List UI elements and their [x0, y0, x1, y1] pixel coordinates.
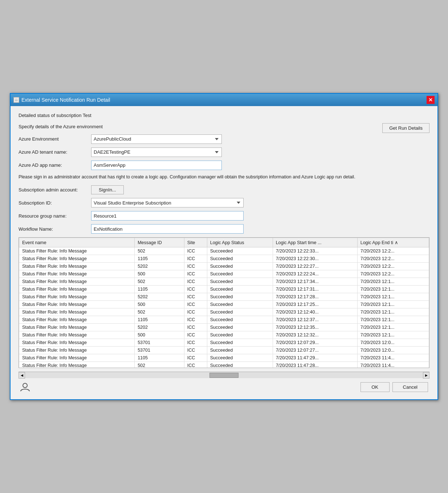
table-cell-9-4: 7/20/2023 12:12:37...	[273, 316, 357, 324]
resource-group-wrapper	[91, 211, 244, 221]
azure-env-select[interactable]: AzurePublicCloud AzureUSGovernment Azure…	[91, 134, 222, 144]
subscription-id-label: Subscription ID:	[19, 200, 91, 206]
table-cell-4-1: 502	[135, 278, 184, 286]
table-cell-15-2: ICC	[184, 362, 207, 368]
workflow-name-wrapper	[91, 224, 244, 234]
header-row: Event name Message ID Site Logic App Sta…	[19, 238, 429, 247]
table-cell-11-1: 500	[135, 331, 184, 339]
table-cell-10-1: 5202	[135, 324, 184, 331]
azure-app-label: Azure AD app name:	[19, 162, 91, 168]
table-cell-11-4: 7/20/2023 12:12:32...	[273, 331, 357, 339]
table-cell-10-4: 7/20/2023 12:12:35...	[273, 324, 357, 331]
table-cell-6-0: Status Filter Rule: Info Message	[19, 293, 135, 301]
table-cell-12-3: Succeeded	[207, 339, 273, 347]
table-cell-0-5: 7/20/2023 12:2...	[357, 247, 429, 255]
table-row[interactable]: Status Filter Rule: Info Message1105ICCS…	[19, 354, 429, 362]
table-cell-0-4: 7/20/2023 12:22:33...	[273, 247, 357, 255]
table-row[interactable]: Status Filter Rule: Info Message5202ICCS…	[19, 263, 429, 270]
table-row[interactable]: Status Filter Rule: Info Message502ICCSu…	[19, 362, 429, 368]
azure-app-row: Azure AD app name:	[19, 161, 429, 170]
workflow-name-row: Workflow Name:	[19, 224, 429, 234]
table-row[interactable]: Status Filter Rule: Info Message5202ICCS…	[19, 324, 429, 331]
table-cell-4-5: 7/20/2023 12:1...	[357, 278, 429, 286]
hscroll-track[interactable]	[25, 372, 423, 378]
table-cell-14-0: Status Filter Rule: Info Message	[19, 354, 135, 362]
svg-rect-0	[15, 98, 18, 102]
table-cell-13-2: ICC	[184, 347, 207, 354]
subscription-id-row: Subscription ID: Visual Studio Enterpris…	[19, 198, 429, 207]
table-cell-4-3: Succeeded	[207, 278, 273, 286]
hscroll-left-arrow[interactable]: ◀	[19, 372, 25, 379]
table-wrapper[interactable]: Event name Message ID Site Logic App Sta…	[19, 238, 429, 368]
table-cell-1-1: 1105	[135, 255, 184, 263]
subscription-admin-label: Subscription admin account:	[19, 187, 91, 193]
table-cell-13-5: 7/20/2023 12:0...	[357, 347, 429, 354]
table-cell-10-0: Status Filter Rule: Info Message	[19, 324, 135, 331]
subscription-id-select[interactable]: Visual Studio Enterprise Subscription	[91, 198, 244, 207]
table-cell-3-1: 500	[135, 270, 184, 278]
hscroll-right-arrow[interactable]: ▶	[423, 372, 429, 379]
col-message-id: Message ID	[135, 238, 184, 247]
table-cell-9-1: 1105	[135, 316, 184, 324]
dialog-buttons: OK Cancel	[361, 382, 428, 392]
signin-button[interactable]: SignIn...	[91, 185, 124, 194]
azure-tenant-select[interactable]: DAE2ETestingPE	[91, 148, 222, 157]
table-row[interactable]: Status Filter Rule: Info Message502ICCSu…	[19, 247, 429, 255]
window-title: External Service Notification Run Detail	[21, 97, 110, 103]
get-run-details-button[interactable]: Get Run Details	[382, 123, 429, 133]
azure-tenant-label: Azure AD tenant name:	[19, 149, 91, 155]
table-cell-0-1: 502	[135, 247, 184, 255]
resource-group-input[interactable]	[91, 211, 244, 221]
table-row[interactable]: Status Filter Rule: Info Message502ICCSu…	[19, 308, 429, 316]
table-cell-7-1: 500	[135, 301, 184, 308]
table-row[interactable]: Status Filter Rule: Info Message5202ICCS…	[19, 293, 429, 301]
table-cell-10-3: Succeeded	[207, 324, 273, 331]
table-cell-15-5: 7/20/2023 11:4...	[357, 362, 429, 368]
table-row[interactable]: Status Filter Rule: Info Message500ICCSu…	[19, 270, 429, 278]
cancel-button[interactable]: Cancel	[392, 382, 428, 392]
table-cell-6-5: 7/20/2023 12:1...	[357, 293, 429, 301]
table-cell-6-3: Succeeded	[207, 293, 273, 301]
table-cell-1-5: 7/20/2023 12:2...	[357, 255, 429, 263]
table-row[interactable]: Status Filter Rule: Info Message53701ICC…	[19, 347, 429, 354]
table-row[interactable]: Status Filter Rule: Info Message502ICCSu…	[19, 278, 429, 286]
hscroll-thumb[interactable]	[209, 373, 239, 378]
table-cell-6-2: ICC	[184, 293, 207, 301]
workflow-name-input[interactable]	[91, 224, 244, 234]
table-cell-3-4: 7/20/2023 12:22:24...	[273, 270, 357, 278]
resource-group-label: Resource group name:	[19, 213, 91, 219]
col-logic-app-status: Logic App Status	[207, 238, 273, 247]
table-row[interactable]: Status Filter Rule: Info Message1105ICCS…	[19, 255, 429, 263]
table-row[interactable]: Status Filter Rule: Info Message53701ICC…	[19, 339, 429, 347]
table-row[interactable]: Status Filter Rule: Info Message1105ICCS…	[19, 286, 429, 293]
azure-tenant-wrapper: DAE2ETestingPE	[91, 148, 222, 157]
table-cell-15-4: 7/20/2023 11:47:28...	[273, 362, 357, 368]
table-cell-3-3: Succeeded	[207, 270, 273, 278]
table-row[interactable]: Status Filter Rule: Info Message500ICCSu…	[19, 331, 429, 339]
col-site: Site	[184, 238, 207, 247]
table-cell-5-5: 7/20/2023 12:1...	[357, 286, 429, 293]
subtitle-text: Detailed status of subscription Test	[19, 113, 429, 118]
table-row[interactable]: Status Filter Rule: Info Message1105ICCS…	[19, 316, 429, 324]
table-cell-15-3: Succeeded	[207, 362, 273, 368]
table-row[interactable]: Status Filter Rule: Info Message500ICCSu…	[19, 301, 429, 308]
ok-button[interactable]: OK	[361, 382, 390, 392]
table-cell-8-4: 7/20/2023 12:12:40...	[273, 308, 357, 316]
table-cell-2-0: Status Filter Rule: Info Message	[19, 263, 135, 270]
col-event-name: Event name	[19, 238, 135, 247]
title-bar-left: External Service Notification Run Detail	[13, 97, 110, 103]
azure-app-input[interactable]	[91, 161, 222, 170]
close-button[interactable]: ✕	[427, 96, 435, 104]
table-cell-5-1: 1105	[135, 286, 184, 293]
table-cell-2-3: Succeeded	[207, 263, 273, 270]
table-cell-14-3: Succeeded	[207, 354, 273, 362]
table-cell-7-4: 7/20/2023 12:17:25...	[273, 301, 357, 308]
table-cell-8-5: 7/20/2023 12:1...	[357, 308, 429, 316]
azure-env-wrapper: AzurePublicCloud AzureUSGovernment Azure…	[91, 134, 222, 144]
table-cell-7-0: Status Filter Rule: Info Message	[19, 301, 135, 308]
table-cell-5-2: ICC	[184, 286, 207, 293]
user-icon	[20, 382, 30, 392]
table-cell-12-2: ICC	[184, 339, 207, 347]
table-cell-3-0: Status Filter Rule: Info Message	[19, 270, 135, 278]
table-cell-13-3: Succeeded	[207, 347, 273, 354]
